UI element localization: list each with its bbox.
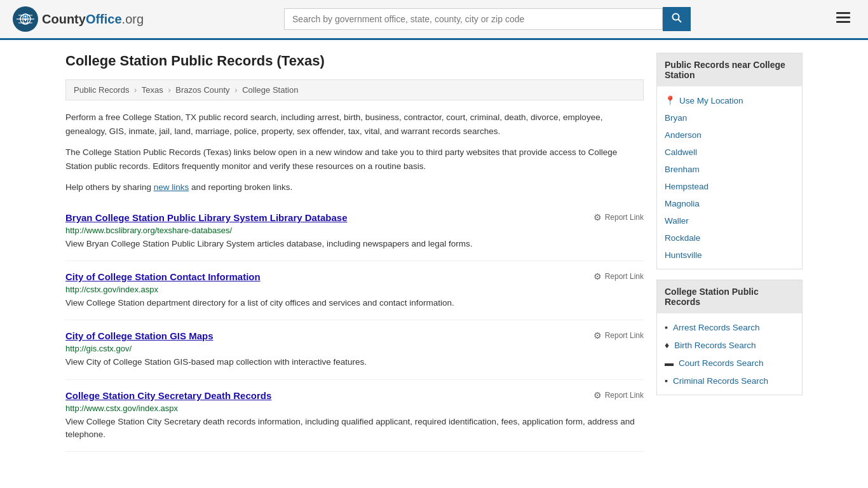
logo-area: CountyOffice.org — [13, 6, 144, 32]
result-title-2[interactable]: City of College Station GIS Maps — [65, 330, 214, 341]
city-link-8[interactable]: Huntsville — [665, 250, 702, 260]
records-links-container: ▪ Arrest Records Search ♦ Birth Records … — [657, 318, 802, 390]
record-icon-2: ▬ — [665, 358, 674, 368]
sidebar-nearby-content: 📍 Use My Location BryanAndersonCaldwellB… — [657, 86, 802, 269]
sidebar-city-2[interactable]: Caldwell — [657, 144, 802, 161]
city-link-7[interactable]: Rockdale — [665, 233, 700, 243]
search-button[interactable] — [663, 7, 691, 31]
description-2: The College Station Public Records (Texa… — [65, 146, 644, 173]
result-item-2: City of College Station GIS Maps ⚙ Repor… — [65, 320, 644, 379]
report-label-1: Report Link — [605, 272, 644, 281]
report-icon-1: ⚙ — [593, 271, 602, 281]
svg-rect-13 — [836, 21, 850, 23]
record-link-0[interactable]: Arrest Records Search — [673, 323, 760, 332]
sidebar-records-header: College Station Public Records — [657, 280, 802, 313]
report-icon-2: ⚙ — [593, 330, 602, 341]
report-link-btn-0[interactable]: ⚙ Report Link — [593, 212, 644, 222]
sidebar-record-2[interactable]: ▬ Court Records Search — [657, 354, 802, 372]
sidebar-nearby-section: Public Records near College Station 📍 Us… — [656, 53, 803, 269]
logo-icon — [13, 6, 38, 32]
report-icon-0: ⚙ — [593, 212, 602, 222]
city-link-4[interactable]: Hempstead — [665, 182, 709, 191]
result-url-2[interactable]: http://gis.cstx.gov/ — [65, 344, 644, 353]
record-link-1[interactable]: Birth Records Search — [674, 341, 756, 350]
city-link-5[interactable]: Magnolia — [665, 199, 700, 208]
location-icon: 📍 — [665, 95, 675, 105]
city-link-3[interactable]: Brenham — [665, 165, 700, 174]
record-link-3[interactable]: Criminal Records Search — [673, 376, 768, 386]
page-title: College Station Public Records (Texas) — [65, 53, 644, 69]
svg-rect-11 — [836, 12, 850, 14]
report-link-btn-2[interactable]: ⚙ Report Link — [593, 330, 644, 341]
breadcrumb-sep-2: › — [168, 85, 170, 95]
record-icon-3: ▪ — [665, 376, 668, 386]
record-icon-0: ▪ — [665, 322, 668, 332]
use-my-location-link[interactable]: Use My Location — [679, 96, 743, 105]
city-link-1[interactable]: Anderson — [665, 130, 702, 140]
report-label-3: Report Link — [605, 391, 644, 400]
site-header: CountyOffice.org — [0, 0, 868, 40]
result-url-3[interactable]: http://www.cstx.gov/index.aspx — [65, 403, 644, 413]
result-title-3[interactable]: College Station City Secretary Death Rec… — [65, 390, 271, 401]
desc3-suffix: and reporting broken links. — [189, 182, 292, 192]
result-title-1[interactable]: City of College Station Contact Informat… — [65, 271, 261, 282]
breadcrumb-sep-3: › — [234, 85, 237, 95]
city-link-0[interactable]: Bryan — [665, 113, 687, 123]
sidebar-city-4[interactable]: Hempstead — [657, 178, 802, 195]
sidebar-use-my-location[interactable]: 📍 Use My Location — [657, 92, 802, 109]
svg-rect-12 — [836, 17, 850, 18]
description-1: Perform a free College Station, TX publi… — [65, 111, 644, 138]
city-link-6[interactable]: Waller — [665, 216, 689, 226]
sidebar-record-1[interactable]: ♦ Birth Records Search — [657, 336, 802, 354]
sidebar-city-3[interactable]: Brenham — [657, 161, 802, 178]
result-item-3: College Station City Secretary Death Rec… — [65, 380, 644, 452]
result-item-1: City of College Station Contact Informat… — [65, 261, 644, 320]
search-area — [284, 7, 691, 31]
breadcrumb: Public Records › Texas › Brazos County ›… — [65, 79, 644, 100]
breadcrumb-public-records[interactable]: Public Records — [74, 85, 129, 95]
result-title-0[interactable]: Bryan College Station Public Library Sys… — [65, 212, 347, 223]
result-header-3: College Station City Secretary Death Rec… — [65, 390, 644, 401]
result-url-0[interactable]: http://www.bcslibrary.org/texshare-datab… — [65, 226, 644, 235]
result-desc-3: View College Station City Secretary deat… — [65, 416, 644, 442]
sidebar-nearby-header: Public Records near College Station — [657, 53, 802, 86]
city-link-2[interactable]: Caldwell — [665, 147, 697, 157]
sidebar-city-8[interactable]: Huntsville — [657, 247, 802, 264]
menu-button[interactable] — [831, 8, 855, 30]
record-icon-1: ♦ — [665, 340, 669, 350]
svg-point-7 — [25, 16, 27, 18]
sidebar-records-section: College Station Public Records ▪ Arrest … — [656, 280, 803, 395]
nearby-cities-container: BryanAndersonCaldwellBrenhamHempsteadMag… — [657, 109, 802, 264]
logo-text: CountyOffice.org — [42, 12, 144, 27]
content-area: College Station Public Records (Texas) P… — [65, 53, 644, 452]
breadcrumb-current: College Station — [242, 85, 298, 95]
result-desc-0: View Bryan College Station Public Librar… — [65, 238, 644, 250]
svg-line-10 — [679, 20, 682, 23]
result-url-1[interactable]: http://cstx.gov/index.aspx — [65, 285, 644, 294]
report-label-2: Report Link — [605, 331, 644, 340]
breadcrumb-texas[interactable]: Texas — [142, 85, 163, 95]
report-icon-3: ⚙ — [593, 390, 602, 400]
description-3: Help others by sharing new links and rep… — [65, 180, 644, 194]
result-header-0: Bryan College Station Public Library Sys… — [65, 212, 644, 223]
search-input[interactable] — [284, 8, 663, 30]
sidebar-record-3[interactable]: ▪ Criminal Records Search — [657, 372, 802, 390]
sidebar-city-7[interactable]: Rockdale — [657, 229, 802, 247]
sidebar-city-0[interactable]: Bryan — [657, 109, 802, 126]
result-item-0: Bryan College Station Public Library Sys… — [65, 202, 644, 261]
sidebar: Public Records near College Station 📍 Us… — [656, 53, 803, 452]
breadcrumb-brazos[interactable]: Brazos County — [175, 85, 229, 95]
report-link-btn-3[interactable]: ⚙ Report Link — [593, 390, 644, 400]
report-link-btn-1[interactable]: ⚙ Report Link — [593, 271, 644, 281]
desc3-prefix: Help others by sharing — [65, 182, 154, 192]
sidebar-city-1[interactable]: Anderson — [657, 126, 802, 144]
sidebar-city-5[interactable]: Magnolia — [657, 195, 802, 212]
result-desc-2: View City of College Station GIS-based m… — [65, 356, 644, 369]
sidebar-record-0[interactable]: ▪ Arrest Records Search — [657, 318, 802, 336]
breadcrumb-sep-1: › — [134, 85, 137, 95]
record-link-2[interactable]: Court Records Search — [679, 358, 764, 368]
sidebar-city-6[interactable]: Waller — [657, 212, 802, 229]
svg-point-9 — [673, 14, 679, 20]
new-links-link[interactable]: new links — [154, 182, 189, 192]
result-desc-1: View College Station department director… — [65, 297, 644, 309]
